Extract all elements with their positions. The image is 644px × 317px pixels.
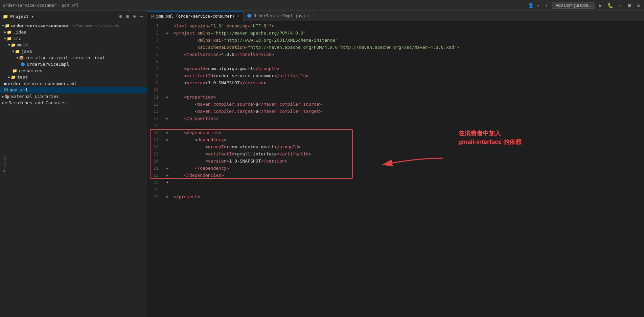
run-with-coverage-icon[interactable]: ▷	[617, 2, 623, 9]
sidebar-vertical-label: Project	[3, 155, 7, 172]
chevron-down-icon: ▼	[2, 24, 4, 27]
tree-item-resources[interactable]: 📁 resources	[0, 67, 147, 74]
package-icon: 📦	[19, 56, 24, 60]
locate-icon[interactable]: ⊕	[118, 13, 123, 20]
breadcrumb: order-service-consumer › pom.xml	[3, 3, 79, 8]
gutter-cell-23: ●	[164, 179, 171, 186]
code-line-13: <maven.compiler.target>8</maven.compiler…	[174, 108, 644, 115]
line-number-22: 22	[147, 172, 161, 179]
line-number-23: 23	[147, 179, 161, 186]
fold-arrow-icon[interactable]: ▶	[166, 173, 168, 177]
gutter-cell-25: ▶	[164, 193, 171, 200]
gutter-cell-14: ▶	[164, 115, 171, 122]
code-line-23	[174, 179, 644, 186]
more-icon[interactable]: ≡	[636, 2, 641, 9]
fold-arrow-icon[interactable]: ▶	[166, 131, 168, 134]
code-line-20: <version>1.0-SNAPSHOT</version>	[174, 157, 644, 165]
fold-arrow-icon[interactable]: ▶	[166, 138, 168, 142]
chevron-down-icon-src: ▼	[4, 37, 6, 40]
code-line-24	[174, 186, 644, 193]
line-number-1: 1	[147, 22, 161, 29]
line-number-8: 8	[147, 72, 161, 79]
tree-item-scratches[interactable]: ▶ ⚙ Scratches and Consoles	[0, 100, 147, 106]
chevron-right-icon: ▶	[4, 30, 6, 34]
project-icon: 📁	[3, 14, 8, 19]
code-content[interactable]: <?xml version="1.0" encoding="UTF-8"?><p…	[171, 21, 644, 317]
tree-item-test[interactable]: ▶ 📁 test	[0, 74, 147, 80]
iml-icon: ■	[4, 81, 6, 86]
hide-icon[interactable]: —	[139, 13, 144, 20]
gutter-cell-6	[164, 58, 171, 65]
user-icon[interactable]: 👤 ▾	[527, 2, 541, 9]
code-line-18: <groupId>com.atguigu.gmall</groupId>	[174, 143, 644, 150]
top-bar: order-service-consumer › pom.xml 👤 ▾ ⚡ A…	[0, 0, 644, 11]
project-title[interactable]: Project ▾	[10, 14, 34, 19]
tree-item-java[interactable]: ▼ 📁 java	[0, 48, 147, 55]
folder-open-icon: 📁	[5, 23, 10, 28]
breakpoint-dot[interactable]: ●	[167, 181, 168, 184]
code-editor: 1234567891011121314151617181920212223242…	[147, 21, 644, 317]
options-icon[interactable]: ⚙	[132, 13, 137, 20]
sidebar-header: 📁 Project ▾ ⊕ ≡ ⚙ —	[0, 11, 147, 22]
code-line-11: <properties>	[174, 93, 644, 101]
tab-bar: 𝕄 pom.xml (order-service-consumer) ✕ 🔷 O…	[147, 11, 644, 21]
collapse-icon[interactable]: ≡	[125, 13, 130, 20]
fold-arrow-icon[interactable]: ▶	[166, 31, 168, 35]
folder-icon-res: 📁	[12, 68, 17, 73]
tab-pom-close[interactable]: ✕	[236, 14, 240, 18]
tab-pom[interactable]: 𝕄 pom.xml (order-service-consumer) ✕	[147, 11, 244, 21]
tree-label-scratches: Scratches and Consoles	[8, 100, 67, 105]
tree-label-idea: .idea	[13, 29, 26, 35]
tab-orderimpl-close[interactable]: ✕	[307, 14, 310, 18]
tree-item-pom[interactable]: 𝕄 pom.xml	[0, 87, 147, 93]
line-number-16: 16	[147, 129, 161, 136]
fold-arrow-icon[interactable]: ▶	[166, 95, 168, 99]
tree-item-package[interactable]: ▼ 📦 com.atguigu.gmall.service.impl	[0, 55, 147, 61]
line-number-2: 2	[147, 29, 161, 37]
tab-orderimpl[interactable]: 🔷 OrderServiceImpl.java ✕	[244, 11, 314, 21]
gutter-cell-21: ▶	[164, 165, 171, 172]
tree-item-src[interactable]: ▼ 📁 src	[0, 35, 147, 42]
code-line-5: <modelVersion>4.0.0</modelVersion>	[174, 51, 644, 58]
line-number-5: 5	[147, 51, 161, 58]
folder-icon-test: 📁	[11, 75, 16, 80]
gutter-cell-13	[164, 108, 171, 115]
tree-item-main[interactable]: ▼ 📁 main	[0, 42, 147, 48]
code-line-22: </dependencies>	[174, 172, 644, 179]
tree-label-orderimpl: OrderServiceImpl	[27, 62, 69, 67]
line-number-25: 25	[147, 193, 161, 200]
gutter-cell-20	[164, 157, 171, 165]
fold-arrow-icon[interactable]: ▶	[166, 195, 168, 198]
code-line-16: <dependencies>	[174, 129, 644, 136]
tree-label-test: test	[17, 75, 28, 80]
add-config-button[interactable]: Add Configuration...	[552, 2, 595, 9]
folder-open-icon-src: 📁	[7, 36, 12, 41]
tree-item-iml[interactable]: ■ order-service-consumer.iml	[0, 80, 147, 87]
gutter-cell-9	[164, 79, 171, 86]
tab-xml-icon: 𝕄	[151, 14, 155, 19]
code-line-15	[174, 122, 644, 129]
stop-icon[interactable]: ⏹	[626, 2, 633, 9]
run-icon[interactable]: ▶	[598, 2, 603, 9]
gutter-cell-24	[164, 186, 171, 193]
tree-label-pom: pom.xml	[9, 87, 28, 92]
vcs-icon[interactable]: ⚡	[544, 2, 549, 9]
chevron-right-icon-ext: ▶	[2, 94, 4, 98]
gutter-cell-5	[164, 51, 171, 58]
breadcrumb-project[interactable]: order-service-consumer	[3, 3, 56, 8]
tree-item-extlibs[interactable]: ▶ 📚 External Libraries	[0, 93, 147, 100]
gutter-cell-4	[164, 44, 171, 51]
chevron-down-icon-main: ▼	[8, 43, 10, 47]
fold-arrow-icon[interactable]: ▶	[166, 117, 168, 120]
gutter-cell-3	[164, 37, 171, 44]
tree-item-idea[interactable]: ▶ 📁 .idea	[0, 29, 147, 35]
line-numbers: 1234567891011121314151617181920212223242…	[147, 21, 164, 317]
breadcrumb-file[interactable]: pom.xml	[62, 3, 79, 8]
sidebar: Project 📁 Project ▾ ⊕ ≡ ⚙ — ▼ 📁 order-se…	[0, 11, 147, 317]
debug-icon[interactable]: 🐛	[606, 2, 615, 9]
tree-item-root[interactable]: ▼ 📁 order-service-consumer ~/Documents/t…	[0, 22, 147, 29]
fold-arrow-icon[interactable]: ▶	[166, 166, 168, 170]
tree-item-orderimpl[interactable]: 🔷 OrderServiceImpl	[0, 61, 147, 67]
code-line-6	[174, 58, 644, 65]
gutter-cell-10	[164, 86, 171, 93]
